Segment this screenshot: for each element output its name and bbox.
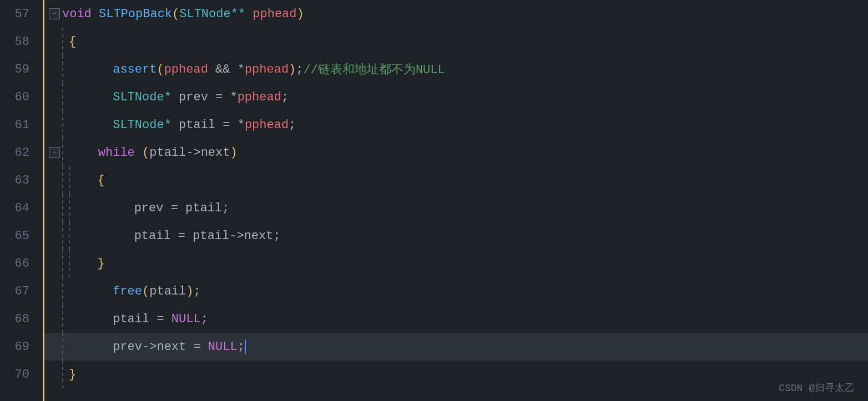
dashed-indent-12 [62, 333, 69, 361]
code-line-65: ptail = ptail -> next ; [44, 222, 868, 250]
indent-9 [75, 257, 98, 271]
pphead-60: pphead [238, 90, 281, 104]
semi-61: ; [289, 118, 296, 132]
indent-10 [69, 285, 113, 298]
dashed-indent-9 [62, 250, 69, 277]
dashed-indent-9b [69, 250, 75, 277]
brace-open-63: { [98, 174, 105, 187]
text-cursor [245, 339, 246, 354]
code-line-60: SLTNode* prev = * pphead ; [44, 83, 868, 111]
dashed-indent-13 [62, 361, 69, 388]
dashed-indent-7b [69, 194, 75, 222]
line-63: 63 [0, 166, 34, 194]
semi-67: ; [193, 285, 200, 298]
type-sltnode-60: SLTNode* [113, 90, 171, 104]
dashed-indent-3 [62, 83, 69, 111]
indent-11 [69, 312, 113, 326]
space2 [245, 7, 253, 21]
line-62: 62 [0, 139, 34, 166]
eq-64: = [163, 201, 185, 215]
semi-68: ; [201, 312, 208, 326]
free-fn: free [113, 285, 142, 298]
dashed-indent-8 [62, 222, 69, 250]
dashed-indent-5 [62, 139, 69, 166]
line-59: 59 [0, 55, 34, 83]
assert-fn: assert [113, 63, 157, 77]
dashed-indent-6b [69, 166, 75, 194]
keyword-void: void [62, 7, 92, 21]
dashed-indent-7 [62, 194, 69, 222]
var-next-65: next [244, 229, 274, 243]
code-line-67: free ( ptail ) ; [44, 277, 868, 305]
var-ptail-65: ptail [134, 229, 171, 243]
code-line-59: assert ( pphead && * pphead ) ; //链表和地址都… [44, 55, 868, 83]
close-paren: ) [297, 7, 304, 21]
type-sltnode: SLTNode** [179, 7, 245, 21]
indent-3 [69, 90, 113, 104]
code-editor: 57 58 59 60 61 62 63 64 65 66 67 68 69 7… [0, 0, 868, 401]
dashed-indent-2 [62, 55, 69, 83]
indent-8 [75, 229, 134, 243]
line-69: 69 [0, 333, 34, 361]
space-60 [171, 90, 179, 104]
pphead-61: pphead [245, 118, 289, 132]
semicolon-59: ; [296, 63, 303, 77]
dashed-indent-6 [62, 166, 69, 194]
var-next-69: next [157, 340, 186, 354]
line-61: 61 [0, 111, 34, 139]
code-line-64: prev = ptail ; [44, 194, 868, 222]
code-content: − void SLTPopBack ( SLTNode** pphead ) {… [44, 0, 868, 401]
eq-61: = * [215, 118, 245, 132]
semi-65: ; [273, 229, 280, 243]
eq-65: = [171, 229, 193, 243]
indent-2 [69, 63, 113, 77]
line-64: 64 [0, 194, 34, 222]
fold-button-62[interactable]: − [49, 147, 60, 158]
assert-paren-open: ( [157, 63, 164, 77]
indent-6 [75, 174, 98, 187]
fold-button-57[interactable]: − [49, 8, 60, 19]
var-ptail-67: ptail [149, 285, 186, 298]
code-line-70: } [44, 361, 868, 388]
while-paren-open: ( [142, 146, 149, 160]
comment-59: //链表和地址都不为NULL [304, 61, 445, 78]
eq-69: = [186, 340, 208, 354]
indent-12 [69, 340, 113, 354]
code-line-66: } [44, 250, 868, 277]
brace-close-70: } [69, 368, 76, 382]
free-paren-open: ( [142, 285, 149, 298]
semi-64: ; [222, 201, 229, 215]
arrow-65: -> [229, 229, 244, 243]
code-line-58: { [44, 28, 868, 55]
eq-60: = * [208, 90, 238, 104]
code-line-62: − while ( ptail -> next ) [44, 139, 868, 166]
pphead-var: pphead [164, 63, 208, 77]
code-line-61: SLTNode* ptail = * pphead ; [44, 111, 868, 139]
var-next-62: next [201, 146, 230, 160]
null-69: NULL [208, 340, 238, 354]
line-67: 67 [0, 277, 34, 305]
line-60: 60 [0, 83, 34, 111]
null-68: NULL [171, 312, 201, 326]
free-paren-close: ) [186, 285, 193, 298]
open-paren: ( [172, 7, 179, 21]
line-57: 57 [0, 0, 34, 28]
space-61 [171, 118, 179, 132]
brace-open-58: { [69, 35, 76, 49]
var-prev: prev [179, 90, 208, 104]
space [92, 7, 99, 21]
dashed-indent-8b [69, 222, 75, 250]
eq-68: = [149, 312, 171, 326]
indent-5 [69, 146, 98, 160]
pphead-deref: pphead [245, 63, 289, 77]
brace-close-66: } [98, 257, 105, 271]
line-66: 66 [0, 250, 34, 277]
code-line-63: { [44, 166, 868, 194]
dashed-indent-4 [62, 111, 69, 139]
line-70: 70 [0, 361, 34, 388]
while-paren-close: ) [230, 146, 237, 160]
line-numbers: 57 58 59 60 61 62 63 64 65 66 67 68 69 7… [0, 0, 44, 401]
indent-7 [75, 201, 134, 215]
line-68: 68 [0, 305, 34, 333]
var-prev-64: prev [134, 201, 164, 215]
